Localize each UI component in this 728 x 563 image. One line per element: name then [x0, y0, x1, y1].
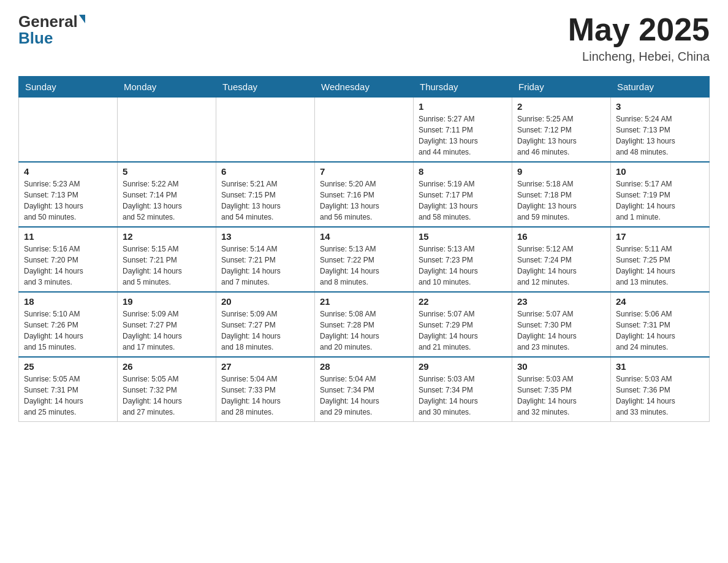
calendar-day-cell: 18Sunrise: 5:10 AM Sunset: 7:26 PM Dayli… [19, 292, 118, 357]
day-number: 18 [24, 296, 112, 307]
calendar-day-cell: 31Sunrise: 5:03 AM Sunset: 7:36 PM Dayli… [611, 357, 710, 422]
calendar-day-header: Thursday [414, 77, 512, 98]
day-number: 3 [616, 101, 704, 112]
day-number: 1 [419, 101, 507, 112]
day-number: 31 [616, 361, 704, 372]
calendar-day-cell: 17Sunrise: 5:11 AM Sunset: 7:25 PM Dayli… [611, 227, 710, 292]
calendar-week-row: 18Sunrise: 5:10 AM Sunset: 7:26 PM Dayli… [19, 292, 710, 357]
day-info: Sunrise: 5:06 AM Sunset: 7:31 PM Dayligh… [616, 308, 704, 353]
logo-arrow-icon [79, 15, 85, 23]
day-number: 13 [221, 231, 309, 242]
day-info: Sunrise: 5:17 AM Sunset: 7:19 PM Dayligh… [616, 178, 704, 223]
day-number: 19 [123, 296, 211, 307]
title-area: May 2025 Lincheng, Hebei, China [568, 12, 710, 64]
day-info: Sunrise: 5:09 AM Sunset: 7:27 PM Dayligh… [123, 308, 211, 353]
month-title: May 2025 [568, 12, 710, 47]
page-header: General Blue May 2025 Lincheng, Hebei, C… [18, 12, 710, 64]
calendar-day-cell: 1Sunrise: 5:27 AM Sunset: 7:11 PM Daylig… [414, 98, 512, 163]
day-info: Sunrise: 5:13 AM Sunset: 7:22 PM Dayligh… [320, 243, 408, 288]
day-info: Sunrise: 5:19 AM Sunset: 7:17 PM Dayligh… [419, 178, 507, 223]
calendar-day-cell: 20Sunrise: 5:09 AM Sunset: 7:27 PM Dayli… [216, 292, 315, 357]
calendar-day-cell: 2Sunrise: 5:25 AM Sunset: 7:12 PM Daylig… [512, 98, 611, 163]
day-number: 25 [24, 361, 112, 372]
calendar-day-cell: 9Sunrise: 5:18 AM Sunset: 7:18 PM Daylig… [512, 162, 611, 227]
calendar-day-cell: 8Sunrise: 5:19 AM Sunset: 7:17 PM Daylig… [414, 162, 512, 227]
day-number: 4 [24, 166, 112, 177]
calendar-day-cell: 3Sunrise: 5:24 AM Sunset: 7:13 PM Daylig… [611, 98, 710, 163]
calendar-day-cell [216, 98, 315, 163]
day-info: Sunrise: 5:13 AM Sunset: 7:23 PM Dayligh… [419, 243, 507, 288]
calendar-day-cell: 23Sunrise: 5:07 AM Sunset: 7:30 PM Dayli… [512, 292, 611, 357]
calendar-day-cell: 10Sunrise: 5:17 AM Sunset: 7:19 PM Dayli… [611, 162, 710, 227]
day-info: Sunrise: 5:04 AM Sunset: 7:34 PM Dayligh… [320, 373, 408, 418]
calendar-day-header: Tuesday [216, 77, 315, 98]
day-number: 21 [320, 296, 408, 307]
calendar-day-header: Friday [512, 77, 611, 98]
day-number: 30 [517, 361, 605, 372]
calendar-day-cell: 25Sunrise: 5:05 AM Sunset: 7:31 PM Dayli… [19, 357, 118, 422]
day-info: Sunrise: 5:07 AM Sunset: 7:29 PM Dayligh… [419, 308, 507, 353]
day-number: 7 [320, 166, 408, 177]
day-number: 23 [517, 296, 605, 307]
day-info: Sunrise: 5:24 AM Sunset: 7:13 PM Dayligh… [616, 113, 704, 158]
day-info: Sunrise: 5:05 AM Sunset: 7:31 PM Dayligh… [24, 373, 112, 418]
calendar-day-cell: 5Sunrise: 5:22 AM Sunset: 7:14 PM Daylig… [118, 162, 216, 227]
day-info: Sunrise: 5:20 AM Sunset: 7:16 PM Dayligh… [320, 178, 408, 223]
day-info: Sunrise: 5:18 AM Sunset: 7:18 PM Dayligh… [517, 178, 605, 223]
calendar-day-cell: 4Sunrise: 5:23 AM Sunset: 7:13 PM Daylig… [19, 162, 118, 227]
day-info: Sunrise: 5:05 AM Sunset: 7:32 PM Dayligh… [123, 373, 211, 418]
day-info: Sunrise: 5:11 AM Sunset: 7:25 PM Dayligh… [616, 243, 704, 288]
day-info: Sunrise: 5:10 AM Sunset: 7:26 PM Dayligh… [24, 308, 112, 353]
calendar-table: SundayMondayTuesdayWednesdayThursdayFrid… [18, 76, 710, 422]
calendar-day-cell: 22Sunrise: 5:07 AM Sunset: 7:29 PM Dayli… [414, 292, 512, 357]
day-number: 15 [419, 231, 507, 242]
day-number: 17 [616, 231, 704, 242]
calendar-day-cell: 30Sunrise: 5:03 AM Sunset: 7:35 PM Dayli… [512, 357, 611, 422]
day-info: Sunrise: 5:04 AM Sunset: 7:33 PM Dayligh… [221, 373, 309, 418]
logo-blue-text: Blue [18, 29, 85, 48]
calendar-day-cell: 11Sunrise: 5:16 AM Sunset: 7:20 PM Dayli… [19, 227, 118, 292]
day-number: 20 [221, 296, 309, 307]
calendar-week-row: 11Sunrise: 5:16 AM Sunset: 7:20 PM Dayli… [19, 227, 710, 292]
day-number: 9 [517, 166, 605, 177]
calendar-day-cell: 27Sunrise: 5:04 AM Sunset: 7:33 PM Dayli… [216, 357, 315, 422]
day-number: 24 [616, 296, 704, 307]
calendar-day-cell [118, 98, 216, 163]
calendar-day-cell: 16Sunrise: 5:12 AM Sunset: 7:24 PM Dayli… [512, 227, 611, 292]
day-info: Sunrise: 5:23 AM Sunset: 7:13 PM Dayligh… [24, 178, 112, 223]
calendar-day-cell: 28Sunrise: 5:04 AM Sunset: 7:34 PM Dayli… [315, 357, 414, 422]
calendar-day-cell: 26Sunrise: 5:05 AM Sunset: 7:32 PM Dayli… [118, 357, 216, 422]
day-number: 11 [24, 231, 112, 242]
day-info: Sunrise: 5:21 AM Sunset: 7:15 PM Dayligh… [221, 178, 309, 223]
day-info: Sunrise: 5:03 AM Sunset: 7:35 PM Dayligh… [517, 373, 605, 418]
calendar-day-header: Wednesday [315, 77, 414, 98]
calendar-day-cell: 24Sunrise: 5:06 AM Sunset: 7:31 PM Dayli… [611, 292, 710, 357]
calendar-week-row: 1Sunrise: 5:27 AM Sunset: 7:11 PM Daylig… [19, 98, 710, 163]
day-number: 10 [616, 166, 704, 177]
calendar-day-cell: 7Sunrise: 5:20 AM Sunset: 7:16 PM Daylig… [315, 162, 414, 227]
day-info: Sunrise: 5:14 AM Sunset: 7:21 PM Dayligh… [221, 243, 309, 288]
logo-general-text: General [18, 12, 78, 31]
calendar-day-cell [19, 98, 118, 163]
calendar-day-header: Monday [118, 77, 216, 98]
day-info: Sunrise: 5:22 AM Sunset: 7:14 PM Dayligh… [123, 178, 211, 223]
calendar-day-cell: 19Sunrise: 5:09 AM Sunset: 7:27 PM Dayli… [118, 292, 216, 357]
calendar-day-cell [315, 98, 414, 163]
calendar-day-cell: 29Sunrise: 5:03 AM Sunset: 7:34 PM Dayli… [414, 357, 512, 422]
calendar-day-cell: 6Sunrise: 5:21 AM Sunset: 7:15 PM Daylig… [216, 162, 315, 227]
day-number: 5 [123, 166, 211, 177]
day-info: Sunrise: 5:25 AM Sunset: 7:12 PM Dayligh… [517, 113, 605, 158]
logo: General Blue [18, 12, 85, 48]
day-number: 2 [517, 101, 605, 112]
day-number: 12 [123, 231, 211, 242]
day-number: 29 [419, 361, 507, 372]
day-number: 16 [517, 231, 605, 242]
calendar-day-cell: 21Sunrise: 5:08 AM Sunset: 7:28 PM Dayli… [315, 292, 414, 357]
day-info: Sunrise: 5:03 AM Sunset: 7:36 PM Dayligh… [616, 373, 704, 418]
day-number: 27 [221, 361, 309, 372]
day-number: 14 [320, 231, 408, 242]
location-text: Lincheng, Hebei, China [568, 50, 710, 64]
calendar-header-row: SundayMondayTuesdayWednesdayThursdayFrid… [19, 77, 710, 98]
day-info: Sunrise: 5:07 AM Sunset: 7:30 PM Dayligh… [517, 308, 605, 353]
calendar-day-cell: 15Sunrise: 5:13 AM Sunset: 7:23 PM Dayli… [414, 227, 512, 292]
